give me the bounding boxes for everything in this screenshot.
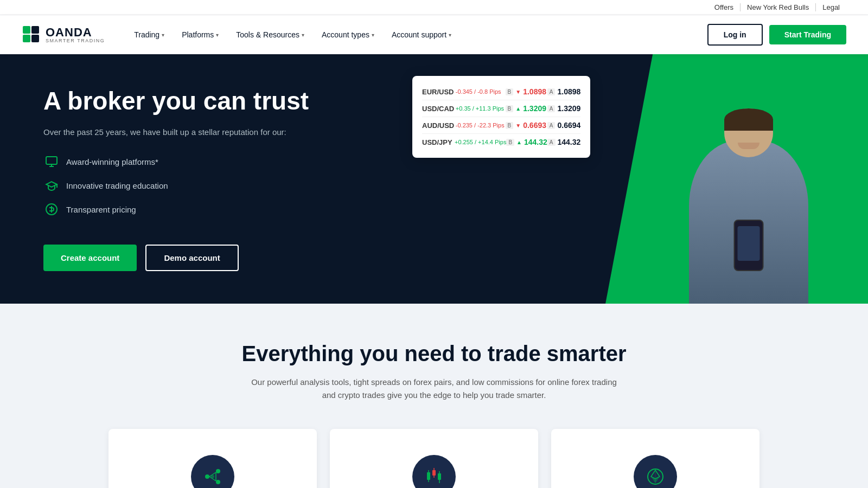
svg-rect-0 (23, 26, 30, 34)
svg-rect-1 (23, 35, 30, 42)
pair-label: AUD/USD (422, 121, 455, 130)
nav-actions: Log in Start Trading (707, 24, 846, 46)
nav-account-types[interactable]: Account types ▾ (314, 26, 382, 43)
navbar: OANDA SMARTER TRADING Trading ▾ Platform… (0, 15, 868, 54)
offers-link[interactable]: Offers (708, 3, 741, 11)
chevron-down-icon: ▾ (372, 32, 374, 38)
phone-screen (738, 226, 760, 261)
hero-title: A broker you can trust (43, 87, 347, 115)
hero-right: EUR/USD -0.345 / -0.8 Pips B ▼ 1.0898 A … (391, 54, 868, 304)
svg-rect-4 (46, 157, 57, 164)
pair-label: EUR/USD (422, 88, 455, 96)
demo-account-button[interactable]: Demo account (145, 245, 238, 271)
section-subtitle: Our powerful analysis tools, tight sprea… (250, 376, 618, 402)
price-bid: B ▲ 1.3209 (506, 104, 546, 113)
svg-point-6 (205, 474, 209, 479)
card-forex-pairs: Over 68 forex pairs We offer forex onlin… (330, 429, 538, 488)
price-change: -0.345 / -0.8 Pips (456, 88, 505, 95)
price-row-eurusd: EUR/USD -0.345 / -0.8 Pips B ▼ 1.0898 A … (422, 84, 580, 100)
chevron-down-icon: ▾ (162, 32, 164, 38)
coin-icon (43, 201, 60, 217)
price-bid: B ▲ 144.32 (506, 138, 547, 146)
hero-section: A broker you can trust Over the past 25 … (0, 54, 868, 304)
hero-buttons: Create account Demo account (43, 245, 347, 271)
person-head (724, 108, 773, 157)
nav-trading[interactable]: Trading ▾ (126, 26, 172, 43)
nav-account-support[interactable]: Account support ▾ (384, 26, 459, 43)
svg-rect-19 (438, 473, 441, 480)
price-widget: EUR/USD -0.345 / -0.8 Pips B ▼ 1.0898 A … (412, 76, 590, 158)
feature-education: Innovative trading education (43, 177, 347, 194)
arrow-up-icon: ▲ (515, 106, 521, 112)
feature-platforms: Award-winning platforms* (43, 153, 347, 170)
price-row-usdcad: USD/CAD +0.35 / +11.3 Pips B ▲ 1.3209 A … (422, 100, 580, 117)
chevron-down-icon: ▾ (216, 32, 219, 38)
brand-tagline: SMARTER TRADING (46, 38, 105, 43)
nav-links: Trading ▾ Platforms ▾ Tools & Resources … (126, 26, 707, 43)
price-change: +0.255 / +14.4 Pips (455, 139, 506, 145)
price-ask: A 144.32 (547, 138, 581, 146)
hero-content: A broker you can trust Over the past 25 … (0, 54, 380, 304)
brand-name: OANDA (46, 27, 105, 38)
cards-grid: Powerful trading tools We offer you a ra… (108, 429, 760, 488)
chevron-down-icon: ▾ (302, 32, 304, 38)
chart-network-icon (191, 455, 234, 488)
pair-label: USD/JPY (422, 138, 455, 146)
price-row-usdjpy: USD/JPY +0.255 / +14.4 Pips B ▲ 144.32 A… (422, 134, 580, 150)
features-section: Everything you need to trade smarter Our… (0, 304, 868, 488)
candlestick-icon (412, 455, 456, 488)
phone-device (734, 220, 764, 271)
utility-bar: Offers New York Red Bulls Legal (0, 0, 868, 15)
hero-features: Award-winning platforms* Innovative trad… (43, 153, 347, 225)
card-crypto: Trade popular crypto Through our partner… (551, 429, 760, 488)
hero-subtitle: Over the past 25 years, we have built up… (43, 126, 347, 139)
price-bid: B ▼ 1.0898 (506, 87, 546, 96)
nav-platforms[interactable]: Platforms ▾ (174, 26, 226, 43)
login-button[interactable]: Log in (707, 24, 763, 46)
price-change: +0.35 / +11.3 Pips (456, 105, 505, 112)
person-body (689, 141, 808, 304)
person-hair (724, 108, 773, 131)
feature-pricing: Transparent pricing (43, 201, 347, 217)
svg-rect-3 (31, 35, 39, 42)
legal-link[interactable]: Legal (816, 3, 846, 11)
logo-icon (22, 25, 41, 44)
section-title: Everything you need to trade smarter (22, 342, 846, 366)
red-bulls-link[interactable]: New York Red Bulls (741, 3, 816, 11)
price-ask: A 1.0898 (547, 87, 581, 96)
crypto-icon (634, 455, 677, 488)
arrow-down-icon: ▼ (515, 89, 521, 95)
nav-tools[interactable]: Tools & Resources ▾ (228, 26, 312, 43)
chevron-down-icon: ▾ (449, 32, 451, 38)
price-ask: A 1.3209 (547, 104, 581, 113)
price-change: -0.235 / -22.3 Pips (456, 122, 505, 129)
svg-rect-2 (31, 26, 39, 34)
svg-rect-16 (432, 470, 436, 476)
price-row-audusd: AUD/USD -0.235 / -22.3 Pips B ▼ 0.6693 A… (422, 117, 580, 134)
start-trading-button[interactable]: Start Trading (769, 25, 846, 44)
graduation-icon (43, 177, 60, 194)
person-smile (738, 143, 760, 149)
arrow-up-icon: ▲ (516, 139, 522, 145)
svg-rect-13 (427, 472, 430, 480)
pair-label: USD/CAD (422, 105, 455, 113)
logo[interactable]: OANDA SMARTER TRADING (22, 25, 105, 44)
arrow-down-icon: ▼ (515, 123, 521, 129)
price-bid: B ▼ 0.6693 (506, 121, 546, 130)
svg-point-7 (216, 469, 220, 473)
price-ask: A 0.6694 (547, 121, 581, 130)
svg-point-8 (216, 480, 220, 484)
card-trading-tools: Powerful trading tools We offer you a ra… (108, 429, 317, 488)
logo-text: OANDA SMARTER TRADING (46, 27, 105, 43)
hero-person (662, 108, 835, 304)
create-account-button[interactable]: Create account (43, 245, 137, 271)
monitor-icon (43, 153, 60, 170)
